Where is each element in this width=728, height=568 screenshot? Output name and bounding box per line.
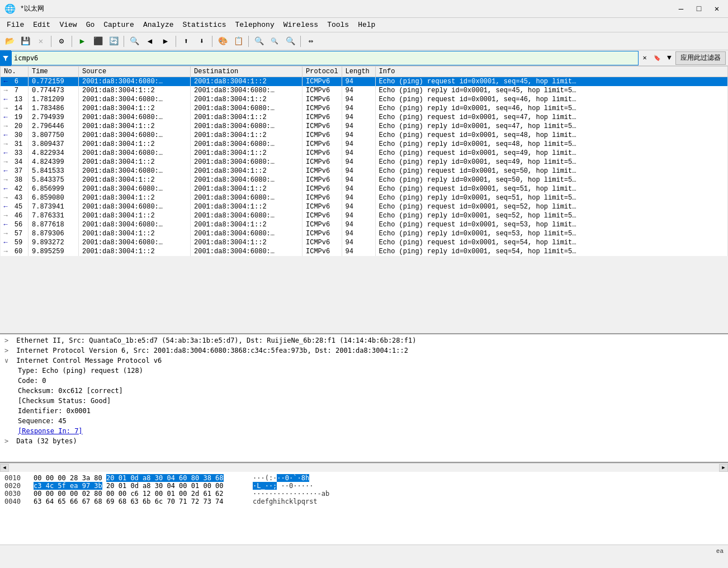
zoom-normal-btn[interactable]: 🔍 xyxy=(283,34,297,49)
restart-btn[interactable]: 🔄 xyxy=(106,34,121,49)
table-row[interactable]: ← 192.7949392001:da8:3004:6080:…2001:da8… xyxy=(1,113,728,122)
close-button[interactable]: ✕ xyxy=(710,2,724,16)
resize-cols-btn[interactable]: ⇔ xyxy=(304,34,318,49)
detail-row[interactable]: > Data (32 bytes) xyxy=(0,436,728,446)
save-btn[interactable]: 💾 xyxy=(18,34,32,49)
start-btn[interactable]: ▶ xyxy=(75,34,89,49)
table-row[interactable]: ← 568.8776182001:da8:3004:6080:…2001:da8… xyxy=(1,220,728,229)
cell-src: 2001:da8:3004:6080:… xyxy=(79,149,191,158)
prev-btn[interactable]: ◀ xyxy=(143,34,157,49)
table-row[interactable]: → 436.8590802001:da8:3004:1::22001:da8:3… xyxy=(1,193,728,202)
filter-arrow-button[interactable]: ▼ xyxy=(663,52,675,64)
minimize-button[interactable]: — xyxy=(674,2,688,16)
table-row[interactable]: ← 457.8739412001:da8:3004:6080:…2001:da8… xyxy=(1,202,728,211)
hex-bytes: 00 00 00 28 3a 80 20 01 0d a8 30 04 60 8… xyxy=(34,474,246,482)
find-btn[interactable]: 🔍 xyxy=(127,34,141,49)
zoom-out-btn[interactable]: 🔍 xyxy=(267,34,282,49)
menu-item-view[interactable]: View xyxy=(55,19,81,31)
detail-row[interactable]: > Ethernet II, Src: QuantaCo_1b:e5:d7 (5… xyxy=(0,335,728,345)
cell-time: 7.873941 xyxy=(29,202,79,211)
detail-row[interactable]: Sequence: 45 xyxy=(0,416,728,426)
detail-link[interactable]: [Response In: 7] xyxy=(18,427,83,435)
menu-item-edit[interactable]: Edit xyxy=(29,19,55,31)
menu-item-analyze[interactable]: Analyze xyxy=(139,19,178,31)
menu-item-tools[interactable]: Tools xyxy=(323,19,353,31)
table-row[interactable]: ← 334.8229342001:da8:3004:6080:…2001:da8… xyxy=(1,149,728,158)
table-row[interactable]: → 578.8793062001:da8:3004:1::22001:da8:3… xyxy=(1,229,728,238)
detail-row[interactable]: [Response In: 7] xyxy=(0,426,728,436)
table-row[interactable]: ← 303.8077502001:da8:3004:6080:…2001:da8… xyxy=(1,131,728,140)
autoscroll-btn[interactable]: 📋 xyxy=(231,34,245,49)
detail-row[interactable]: Type: Echo (ping) request (128) xyxy=(0,366,728,376)
table-row[interactable]: → 313.8094372001:da8:3004:1::22001:da8:3… xyxy=(1,140,728,149)
maximize-button[interactable]: □ xyxy=(692,2,706,16)
menu-item-wireless[interactable]: Wireless xyxy=(279,19,323,31)
expand-icon[interactable]: > xyxy=(4,437,12,445)
cell-proto: ICMPv6 xyxy=(302,131,342,140)
cell-proto: ICMPv6 xyxy=(302,238,342,247)
bottom-scroll[interactable]: ◀ ▶ xyxy=(0,463,728,472)
cell-no: ← 59 xyxy=(1,238,29,247)
scroll-track[interactable] xyxy=(9,464,719,472)
cell-len: 94 xyxy=(342,140,375,149)
cell-dst: 2001:da8:3004:6080:… xyxy=(191,193,302,202)
expand-icon[interactable]: > xyxy=(4,337,12,344)
row-arrow: → xyxy=(4,194,11,202)
cell-dst: 2001:da8:3004:6080:… xyxy=(191,158,302,167)
table-row[interactable]: → 141.7834862001:da8:3004:1::22001:da8:3… xyxy=(1,104,728,113)
table-row[interactable]: → 609.8952592001:da8:3004:1::22001:da8:3… xyxy=(1,247,728,256)
menu-item-file[interactable]: File xyxy=(2,19,29,31)
menu-item-telephony[interactable]: Telephony xyxy=(231,19,279,31)
filter-input[interactable] xyxy=(11,51,639,65)
options-btn[interactable]: ⚙ xyxy=(54,34,69,49)
cell-time: 0.772159 xyxy=(29,77,79,87)
table-row[interactable]: ← 375.8415332001:da8:3004:6080:…2001:da8… xyxy=(1,167,728,176)
row-arrow: → xyxy=(4,105,11,112)
zoom-in-btn[interactable]: 🔍 xyxy=(252,34,266,49)
close-cap-btn[interactable]: ✕ xyxy=(34,34,48,49)
table-row[interactable]: ← 426.8569992001:da8:3004:6080:…2001:da8… xyxy=(1,184,728,193)
table-row[interactable]: → 467.8763312001:da8:3004:1::22001:da8:3… xyxy=(1,211,728,220)
menu-item-go[interactable]: Go xyxy=(82,19,100,31)
hex-bytes: 00 00 00 00 02 80 00 00 c6 12 00 01 00 2… xyxy=(34,490,246,498)
table-row[interactable]: ← 60.7721592001:da8:3004:6080:…2001:da8:… xyxy=(1,77,728,87)
menu-item-capture[interactable]: Capture xyxy=(99,19,139,31)
detail-row[interactable]: Code: 0 xyxy=(0,376,728,386)
scroll-right-btn[interactable]: ▶ xyxy=(719,464,728,472)
packet-table-container[interactable]: No. Time Source Destination Protocol Len… xyxy=(0,66,728,334)
cell-proto: ICMPv6 xyxy=(302,184,342,193)
cell-no: → 38 xyxy=(1,176,29,184)
table-row[interactable]: → 344.8243992001:da8:3004:1::22001:da8:3… xyxy=(1,158,728,167)
detail-row[interactable]: > Internet Protocol Version 6, Src: 2001… xyxy=(0,345,728,356)
detail-row[interactable]: [Checksum Status: Good] xyxy=(0,396,728,406)
stop-btn[interactable]: ⬛ xyxy=(91,34,105,49)
jump-down-btn[interactable]: ⬇ xyxy=(195,34,209,49)
cell-info: Echo (ping) request id=0x0001, seq=48, h… xyxy=(375,131,727,140)
menu-item-statistics[interactable]: Statistics xyxy=(178,19,230,31)
filter-bookmark-button[interactable]: 🔖 xyxy=(651,52,663,64)
table-row[interactable]: ← 131.7812092001:da8:3004:6080:…2001:da8… xyxy=(1,95,728,104)
detail-row[interactable]: Identifier: 0x0001 xyxy=(0,406,728,416)
open-btn[interactable]: 📂 xyxy=(2,34,17,49)
next-btn[interactable]: ▶ xyxy=(158,34,173,49)
jump-up-btn[interactable]: ⬆ xyxy=(179,34,193,49)
filter-clear-button[interactable]: ✕ xyxy=(639,52,651,64)
expand-icon[interactable]: ∨ xyxy=(4,357,12,365)
hex-offset: 0010 xyxy=(4,474,27,482)
row-arrow: → xyxy=(4,230,11,238)
apply-filter-button[interactable]: 应用此过滤器 xyxy=(675,51,726,65)
table-row[interactable]: → 70.7744732001:da8:3004:1::22001:da8:30… xyxy=(1,86,728,95)
cell-len: 94 xyxy=(342,238,375,247)
table-row[interactable]: ← 599.8932722001:da8:3004:6080:…2001:da8… xyxy=(1,238,728,247)
expand-icon[interactable]: > xyxy=(4,347,12,354)
detail-row[interactable]: ∨ Internet Control Message Protocol v6 xyxy=(0,356,728,366)
colorize-btn[interactable]: 🎨 xyxy=(215,34,230,49)
table-row[interactable]: → 202.7964462001:da8:3004:1::22001:da8:3… xyxy=(1,122,728,131)
cell-info: Echo (ping) reply id=0x0001, seq=52, hop… xyxy=(375,211,727,220)
cell-info: Echo (ping) request id=0x0001, seq=47, h… xyxy=(375,113,727,122)
cell-info: Echo (ping) reply id=0x0001, seq=47, hop… xyxy=(375,122,727,131)
table-row[interactable]: → 385.8433752001:da8:3004:1::22001:da8:3… xyxy=(1,176,728,184)
scroll-left-btn[interactable]: ◀ xyxy=(0,464,9,472)
detail-row[interactable]: Checksum: 0xc612 [correct] xyxy=(0,386,728,396)
menu-item-help[interactable]: Help xyxy=(353,19,380,31)
